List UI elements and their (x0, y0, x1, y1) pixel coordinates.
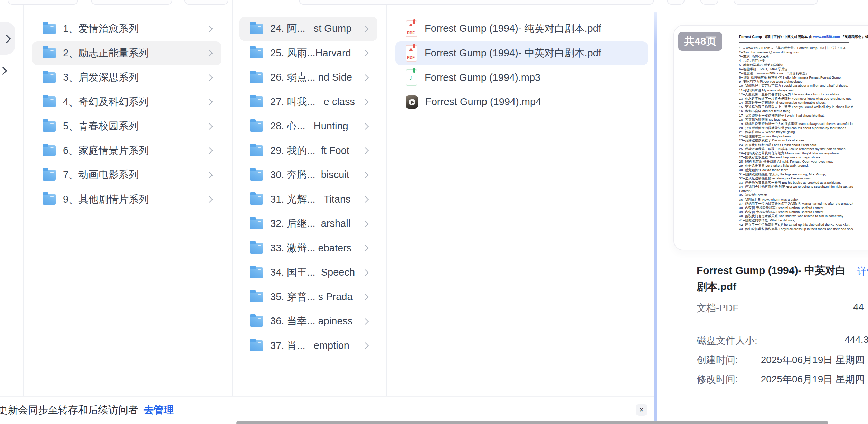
folder-name: 24. 阿... st Gump (270, 22, 351, 36)
folder-name: 25. 风雨...Harvard (270, 46, 351, 60)
folder-name: 7、动画电影系列 (63, 168, 139, 182)
folder-icon (250, 72, 263, 83)
folder-icon (250, 96, 263, 107)
folder-row[interactable]: 2、励志正能量系列 (32, 41, 221, 66)
folder-row[interactable]: 36. 当幸... apiness (239, 309, 377, 334)
file-row[interactable]: PDF ♪ Forrest Gump (1994)- 纯英对白剧本.pdf (395, 17, 648, 41)
folder-name: 34. 国王... Speech (270, 266, 355, 279)
preview-card: 共48页 Forrest Gump 《阿甘正传》中英文对照剧本 由 www.en… (673, 25, 868, 250)
folder-row[interactable]: 30. 奔腾... biscuit (239, 163, 377, 187)
folder-row[interactable]: 24. 阿... st Gump (239, 17, 377, 41)
file-type-label: 文档-PDF (697, 302, 738, 315)
column-divider (232, 0, 233, 396)
script-line: 17--我希望能有一双这样的鞋子 I wish I had shoes like… (739, 113, 853, 118)
chevron-right-icon (362, 172, 368, 178)
script-line: 31--他的双腿很强壮 甘太太 His legs are strong, Mrs… (739, 172, 853, 176)
folder-row[interactable]: 37. 肖... emption (239, 334, 377, 358)
folder-row[interactable]: 4、奇幻及科幻系列 (32, 90, 221, 114)
chevron-right-icon (206, 26, 213, 32)
panel-button-remnant (700, 0, 718, 5)
folder-name: 9、其他剧情片系列 (63, 193, 149, 206)
file-name: Forrest Gump (1994).mp3 (425, 72, 540, 83)
folder-row[interactable]: 7、动画电影系列 (32, 163, 221, 187)
folder-icon (250, 316, 263, 327)
folder-name: 4、奇幻及科幻系列 (63, 95, 149, 109)
file-manager-screen: 1、爱情治愈系列 2、励志正能量系列 3、启发深思系列 4、奇幻及科幻系列 (0, 0, 868, 424)
script-line: 7--请观注: =-www.en580.com-= 『英语我帮您』 (739, 71, 853, 75)
script-line: 23--我穿过很多双鞋子 I've worn lots of shoes. (739, 138, 853, 142)
script-line: 40--她说我们有点亲戚关系 She said we was related t… (739, 214, 853, 218)
chevron-right-icon (362, 318, 368, 324)
file-name: Forrest Gump (1994).mp4 (425, 96, 541, 108)
folder-row[interactable]: 31. 光辉... Titans (239, 187, 377, 212)
script-line: 36--我刚出世时 Now, when I was a baby, (739, 197, 853, 202)
folder-row[interactable]: 34. 国王... Speech (239, 260, 377, 285)
chevron-right-icon (362, 74, 368, 81)
script-line: 14--那双鞋子一定很舒适 Those must be comfortable … (739, 101, 853, 105)
folder-icon (43, 24, 56, 34)
folder-row[interactable]: 29. 我的... ft Foot (239, 139, 377, 163)
folder-name: 37. 肖... emption (270, 339, 349, 353)
folder-name: 30. 奔腾... biscuit (270, 168, 349, 182)
created-time-value: 2025年06月19日 星期四 (761, 353, 865, 367)
series-folder-list: 1、爱情治愈系列 2、励志正能量系列 3、启发深思系列 4、奇幻及科幻系列 (32, 17, 221, 212)
folder-icon (250, 194, 263, 205)
script-line: 22--他住在哪里 where they've been. (739, 134, 853, 138)
file-row[interactable]: PDF ♪ Forrest Gump (1994).mp3 (395, 65, 648, 90)
folder-row[interactable]: 35. 穿普... s Prada (239, 285, 377, 310)
chevron-right-icon (362, 148, 368, 154)
music-note-icon: ♪ (409, 74, 413, 82)
folder-row[interactable]: 1、爱情治愈系列 (32, 17, 221, 41)
folder-icon (250, 48, 263, 58)
folder-row[interactable]: 33. 激辩... ebaters (239, 236, 377, 261)
script-line: 11--我妈妈常说 My mama always said (739, 88, 853, 92)
toast-message-text: 更新会同步至转存和后续访问者 (0, 404, 138, 415)
details-divider (697, 323, 868, 323)
close-icon[interactable]: ✕ (636, 404, 647, 416)
script-line: 15--穿这样的鞋子你可以走上一整天 I bet you could walk … (739, 105, 853, 109)
panel-scrollbar[interactable] (654, 12, 657, 421)
folder-row[interactable]: 27. 叫我... e class (239, 90, 377, 114)
folder-row[interactable]: 6、家庭情景片系列 (32, 139, 221, 163)
document-header-rule (739, 42, 849, 43)
panel-button-remnant (667, 0, 685, 5)
pdf-label: PDF (407, 31, 415, 35)
chevron-right-icon[interactable] (0, 66, 7, 75)
folder-name: 26. 弱点... nd Side (270, 71, 352, 84)
folder-row[interactable]: 26. 弱点... nd Side (239, 65, 377, 90)
collapse-nav-button[interactable] (0, 22, 15, 55)
script-line: 9--要吃巧克力吗?Do you want a chocolate? (739, 80, 853, 84)
folder-row[interactable]: 3、启发深思系列 (32, 65, 221, 90)
folder-name: 35. 穿普... s Prada (270, 290, 353, 304)
script-line: 25--我能记得我第一双鞋子的模样 I could remember my fi… (739, 147, 853, 151)
folder-row[interactable]: 5、青春校园系列 (32, 114, 221, 139)
script-line: 18--其实我的脚很痛 My feet hurt. (739, 118, 853, 122)
folder-row[interactable]: 32. 后继... arshall (239, 212, 377, 236)
folder-row[interactable]: 28. 心... Hunting (239, 114, 377, 139)
details-link[interactable]: 详情 (857, 265, 868, 278)
folder-row[interactable]: 25. 风雨...Harvard (239, 41, 377, 66)
movie-folder-list: 24. 阿... st Gump 25. 风雨...Harvard 26. 弱点… (239, 17, 377, 358)
folder-name: 6、家庭情景片系列 (63, 144, 149, 158)
sync-notification-toast: 更新会同步至转存和后续访问者去管理 ✕ (0, 396, 654, 424)
file-row[interactable]: PDF ♪ Forrest Gump (1994).mp4 (395, 90, 648, 114)
chevron-right-icon (362, 123, 368, 129)
pdf-label: PDF (407, 55, 415, 59)
script-line: 4--片名: 阿甘正传 (739, 58, 853, 63)
chevron-right-icon (206, 172, 213, 178)
folder-name: 1、爱情治愈系列 (63, 22, 139, 36)
document-header: Forrest Gump 《阿甘正传》中英文对照剧本 由 www.en580.c… (739, 35, 850, 39)
script-line: 13--你永远不知道下一块将会是哪种 You never know what y… (739, 96, 853, 101)
manage-link[interactable]: 去管理 (144, 404, 174, 415)
folder-icon (250, 243, 263, 254)
script-line: 38--内森贝·弗福雷斯将军 General Nathan Bedford Fo… (739, 206, 853, 210)
script-line: 33--但是他的背象政客一样弯 But his back's as crooke… (739, 181, 853, 185)
script-line: 3--主演: 汤姆·汉克斯 (739, 54, 853, 58)
created-time-label: 创建时间: (697, 353, 738, 367)
chevron-right-icon (362, 221, 368, 227)
file-size-value: 444.3 (845, 334, 868, 345)
folder-row[interactable]: 9、其他剧情片系列 (32, 187, 221, 212)
horizontal-scrollbar[interactable] (236, 421, 828, 424)
file-row[interactable]: PDF ♪ Forrest Gump (1994)- 中英对白剧本.pdf (395, 41, 648, 66)
chevron-right-icon (362, 343, 368, 349)
